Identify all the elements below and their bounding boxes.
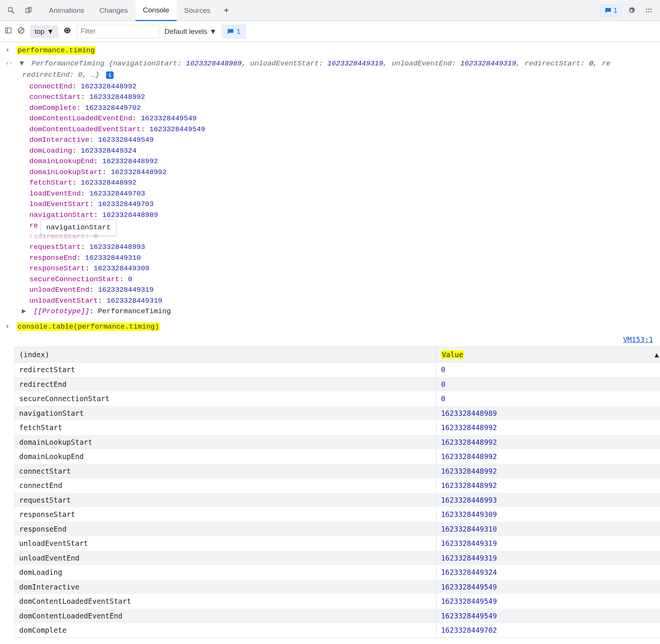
source-link-text: VM153:1 bbox=[623, 335, 653, 344]
device-toolbar-icon[interactable] bbox=[21, 4, 36, 17]
object-property[interactable]: unloadEventStart: 1623328449319 bbox=[29, 295, 660, 306]
table-row[interactable]: domContentLoadedEventEnd1623328449549 bbox=[15, 609, 660, 623]
table-row[interactable]: navigationStart1623328448989 bbox=[15, 406, 660, 421]
svg-point-8 bbox=[650, 11, 651, 12]
context-label: top bbox=[35, 27, 44, 36]
table-row[interactable]: secureConnectionStart0 bbox=[15, 391, 660, 406]
console-cmd-text: console.table(performance.timing) bbox=[17, 323, 160, 331]
svg-rect-1 bbox=[26, 8, 30, 13]
log-levels-selector[interactable]: Default levels ▼ bbox=[164, 27, 217, 36]
object-property[interactable]: domLoading: 1623328449324 bbox=[29, 145, 660, 156]
object-property[interactable]: domComplete: 1623328449702 bbox=[29, 103, 660, 114]
object-property[interactable]: domInteractive: 1623328449549 bbox=[29, 135, 660, 145]
table-row[interactable]: responseEnd1623328449310 bbox=[15, 522, 660, 536]
svg-point-7 bbox=[648, 11, 649, 12]
console-table: (index) Value▲ redirectStart0redirectEnd… bbox=[14, 347, 660, 638]
clear-console-icon[interactable] bbox=[17, 27, 25, 36]
svg-rect-9 bbox=[6, 28, 11, 33]
add-tab-icon[interactable]: + bbox=[220, 3, 232, 18]
object-property[interactable]: connectStart: 1623328448992 bbox=[29, 92, 660, 103]
console-toolbar: top ▼ Default levels ▼ 1 bbox=[0, 21, 660, 42]
chevron-down-icon: ▼ bbox=[209, 27, 217, 36]
tab-animations[interactable]: Animations bbox=[41, 0, 92, 21]
object-property[interactable]: navigationStart: 1623328448989 bbox=[29, 210, 660, 221]
object-property[interactable]: fetchStart: 1623328448992 bbox=[29, 177, 660, 188]
table-row[interactable]: domComplete1623328449702 bbox=[15, 623, 660, 638]
tab-console[interactable]: Console bbox=[135, 0, 177, 21]
svg-point-4 bbox=[648, 9, 649, 10]
chevron-right-icon[interactable]: ▶ bbox=[22, 306, 27, 317]
inspect-element-icon[interactable] bbox=[4, 4, 19, 17]
console-input-echo[interactable]: performance.timing bbox=[0, 44, 660, 57]
tab-sources[interactable]: Sources bbox=[177, 0, 218, 21]
table-row[interactable]: redirectEnd0 bbox=[15, 377, 660, 392]
table-row[interactable]: domContentLoadedEventStart1623328449549 bbox=[15, 594, 660, 609]
chevron-down-icon: ▼ bbox=[47, 27, 54, 36]
object-property[interactable]: connectEnd: 1623328448992 bbox=[29, 81, 660, 92]
table-row[interactable]: connectEnd1623328448992 bbox=[15, 478, 660, 493]
messages-count: 1 bbox=[613, 6, 618, 15]
info-badge-icon[interactable]: i bbox=[106, 71, 114, 79]
object-property[interactable]: redirectStart: 0 bbox=[29, 231, 660, 242]
object-property[interactable]: responseEnd: 1623328449310 bbox=[29, 253, 660, 264]
table-row[interactable]: redirectStart0 bbox=[15, 362, 660, 377]
source-link[interactable]: VM153:1 bbox=[0, 333, 660, 347]
table-row[interactable]: connectStart1623328448992 bbox=[15, 464, 660, 479]
console-cmd-text: performance.timing bbox=[17, 46, 96, 55]
context-selector[interactable]: top ▼ bbox=[30, 25, 58, 38]
tab-changes[interactable]: Changes bbox=[92, 0, 135, 21]
chevron-down-icon[interactable]: ▼ bbox=[20, 58, 25, 68]
table-row[interactable]: requestStart1623328448993 bbox=[15, 493, 660, 508]
object-property[interactable]: secureConnectionStart: 0 bbox=[29, 274, 660, 285]
console-sidebar-toggle-icon[interactable] bbox=[5, 27, 12, 36]
settings-icon[interactable] bbox=[624, 4, 639, 17]
object-tree: connectEnd: 1623328448992connectStart: 1… bbox=[29, 81, 660, 306]
table-row[interactable]: domInteractive1623328449549 bbox=[15, 580, 660, 594]
sort-asc-icon: ▲ bbox=[655, 349, 659, 360]
console-output: performance.timing ▼ PerformanceTiming {… bbox=[0, 42, 660, 644]
messages-badge[interactable]: 1 bbox=[600, 5, 622, 17]
object-property[interactable]: requestStart: 1623328448993 bbox=[29, 242, 660, 253]
object-preview: PerformanceTiming {navigationStart: 1623… bbox=[5, 59, 610, 79]
svg-point-3 bbox=[646, 9, 647, 10]
object-property[interactable]: loadEventStart: 1623328449703 bbox=[29, 199, 660, 210]
panel-tabs: AnimationsChangesConsoleSources bbox=[41, 0, 218, 21]
svg-point-6 bbox=[646, 11, 647, 12]
object-property[interactable]: renavigationStart bbox=[29, 220, 660, 231]
object-property[interactable]: domContentLoadedEventEnd: 1623328449549 bbox=[29, 113, 660, 124]
svg-point-11 bbox=[66, 29, 69, 32]
console-input-echo[interactable]: console.table(performance.timing) bbox=[0, 320, 660, 333]
console-output-line[interactable]: ▼ PerformanceTiming {navigationStart: 16… bbox=[0, 57, 660, 81]
devtools-main-toolbar: AnimationsChangesConsoleSources + 1 bbox=[0, 0, 660, 21]
object-property[interactable]: domainLookupStart: 1623328448992 bbox=[29, 167, 660, 178]
table-row[interactable]: unloadEventStart1623328449319 bbox=[15, 536, 660, 551]
object-property[interactable]: responseStart: 1623328449309 bbox=[29, 263, 660, 274]
more-icon[interactable] bbox=[641, 4, 656, 17]
live-expression-icon[interactable] bbox=[64, 27, 71, 36]
svg-point-5 bbox=[650, 9, 651, 10]
prototype-line[interactable]: ▶ [[Prototype]]: PerformanceTiming bbox=[22, 306, 660, 317]
issues-count: 1 bbox=[237, 27, 241, 36]
table-header-value[interactable]: Value▲ bbox=[436, 347, 660, 362]
object-property[interactable]: domContentLoadedEventStart: 162332844954… bbox=[29, 124, 660, 135]
issues-badge[interactable]: 1 bbox=[222, 25, 246, 38]
log-levels-label: Default levels bbox=[164, 27, 207, 36]
table-row[interactable]: domainLookupEnd1623328448992 bbox=[15, 449, 660, 464]
filter-input[interactable] bbox=[76, 25, 159, 38]
object-property[interactable]: loadEventEnd: 1623328449703 bbox=[29, 188, 660, 199]
table-row[interactable]: domainLookupStart1623328448992 bbox=[15, 435, 660, 450]
table-header-index[interactable]: (index) bbox=[15, 347, 437, 362]
table-row[interactable]: unloadEventEnd1623328449319 bbox=[15, 551, 660, 565]
table-row[interactable]: fetchStart1623328448992 bbox=[15, 420, 660, 435]
object-property[interactable]: domainLookupEnd: 1623328448992 bbox=[29, 156, 660, 167]
table-row[interactable]: responseStart1623328449309 bbox=[15, 507, 660, 522]
table-row[interactable]: domLoading1623328449324 bbox=[15, 565, 660, 580]
object-property[interactable]: unloadEventEnd: 1623328449319 bbox=[29, 285, 660, 295]
